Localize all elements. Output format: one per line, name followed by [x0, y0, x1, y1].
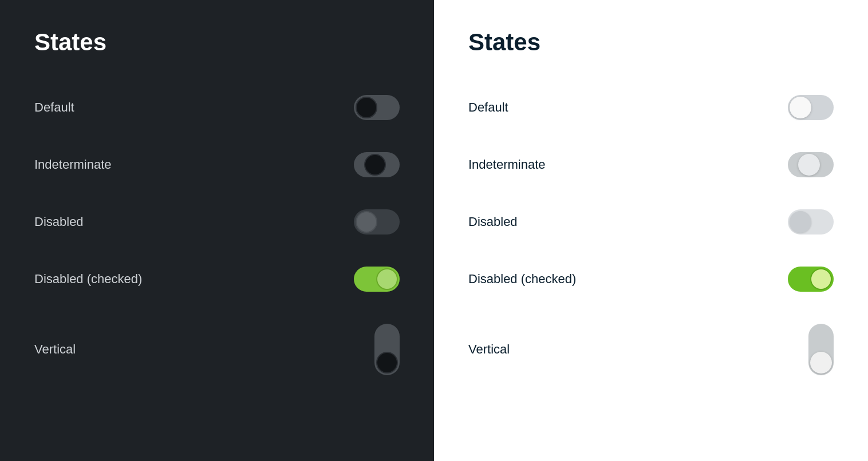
light-disabled-checked-toggle — [788, 267, 834, 292]
dark-default-thumb — [356, 97, 377, 118]
dark-indeterminate-row: Indeterminate — [34, 136, 400, 193]
dark-indeterminate-label: Indeterminate — [34, 157, 112, 172]
dark-vertical-label: Vertical — [34, 342, 76, 357]
light-disabled-checked-thumb — [810, 268, 832, 290]
light-indeterminate-row: Indeterminate — [468, 136, 834, 193]
light-panel: States Default Indeterminate Disabled Di… — [434, 0, 868, 461]
dark-vertical-track — [374, 324, 400, 375]
dark-disabled-track — [354, 209, 400, 235]
dark-vertical-thumb — [376, 352, 398, 373]
light-indeterminate-toggle[interactable] — [788, 152, 834, 177]
dark-panel: States Default Indeterminate Disabled Di… — [0, 0, 434, 461]
dark-default-label: Default — [34, 100, 74, 115]
light-disabled-track — [788, 209, 834, 235]
dark-default-toggle[interactable] — [354, 95, 400, 120]
light-default-row: Default — [468, 79, 834, 136]
dark-vertical-toggle[interactable] — [374, 324, 400, 375]
light-disabled-thumb — [790, 211, 811, 233]
dark-indeterminate-track — [354, 152, 400, 177]
dark-indeterminate-thumb — [364, 154, 386, 176]
light-indeterminate-label: Indeterminate — [468, 157, 546, 172]
dark-vertical-row: Vertical — [34, 308, 400, 391]
light-disabled-toggle — [788, 209, 834, 235]
light-vertical-label: Vertical — [468, 342, 510, 357]
dark-default-track — [354, 95, 400, 120]
dark-disabled-checked-label: Disabled (checked) — [34, 272, 142, 287]
light-default-thumb — [790, 97, 811, 118]
dark-disabled-toggle — [354, 209, 400, 235]
dark-disabled-checked-row: Disabled (checked) — [34, 251, 400, 308]
dark-disabled-checked-thumb — [376, 268, 398, 290]
light-disabled-label: Disabled — [468, 214, 518, 229]
dark-disabled-row: Disabled — [34, 193, 400, 251]
light-default-label: Default — [468, 100, 508, 115]
light-disabled-checked-row: Disabled (checked) — [468, 251, 834, 308]
light-vertical-toggle[interactable] — [808, 324, 834, 375]
light-vertical-thumb — [810, 352, 832, 373]
light-panel-title: States — [468, 29, 834, 56]
light-vertical-track — [808, 324, 834, 375]
light-default-track — [788, 95, 834, 120]
dark-default-row: Default — [34, 79, 400, 136]
light-indeterminate-track — [788, 152, 834, 177]
light-indeterminate-thumb — [798, 154, 820, 176]
dark-panel-title: States — [34, 29, 400, 56]
dark-disabled-thumb — [356, 211, 377, 233]
dark-disabled-checked-track — [354, 267, 400, 292]
dark-indeterminate-toggle[interactable] — [354, 152, 400, 177]
light-vertical-row: Vertical — [468, 308, 834, 391]
dark-disabled-label: Disabled — [34, 214, 84, 229]
light-disabled-checked-track — [788, 267, 834, 292]
light-default-toggle[interactable] — [788, 95, 834, 120]
light-disabled-row: Disabled — [468, 193, 834, 251]
light-disabled-checked-label: Disabled (checked) — [468, 272, 576, 287]
dark-disabled-checked-toggle — [354, 267, 400, 292]
